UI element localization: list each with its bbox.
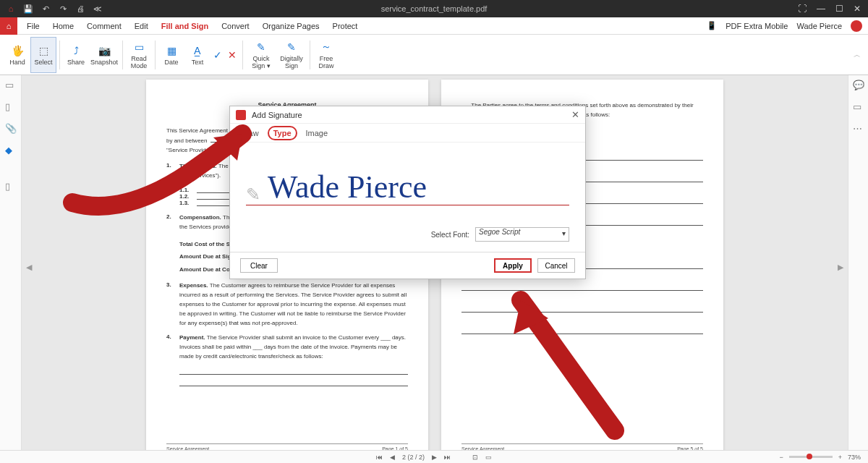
zoom-out-icon[interactable]: − (779, 454, 783, 461)
tab-comment[interactable]: Comment (80, 17, 128, 35)
tool-check[interactable]: ✓ (210, 37, 225, 73)
tool-digital-sign[interactable]: ✎Digitally Sign (276, 37, 307, 73)
tab-edit[interactable]: Edit (128, 17, 155, 35)
tool-snapshot[interactable]: 📷Snapshot (89, 37, 119, 73)
tab-convert[interactable]: Convert (215, 17, 256, 35)
check-icon: ✓ (211, 48, 224, 61)
quick-sign-icon: ✎ (255, 41, 268, 54)
mobile-icon: 📱 (707, 21, 717, 30)
home-icon[interactable]: ⌂ (0, 17, 17, 35)
apply-button[interactable]: Apply (494, 258, 532, 273)
font-select[interactable]: Segoe Script (475, 227, 569, 242)
zoom-slider[interactable] (789, 456, 833, 458)
collapse-ribbon-icon[interactable]: ︿ (854, 50, 861, 60)
tab-home[interactable]: Home (46, 17, 80, 35)
cancel-button[interactable]: Cancel (537, 258, 575, 273)
dialog-titlebar: Add Signature ✕ (230, 106, 585, 124)
add-signature-dialog: Add Signature ✕ Draw Type Image ✎ Wade P… (229, 106, 586, 279)
fit-page-icon[interactable]: ▭ (485, 454, 492, 461)
camera-icon: 📷 (98, 44, 111, 57)
tab-file[interactable]: File (20, 17, 46, 35)
left-panel: ▭ ▯ 📎 ◆ ▯ (0, 75, 22, 450)
tool-hand[interactable]: 🖐Hand (4, 37, 30, 73)
minimize-icon[interactable]: ― (817, 4, 825, 14)
next-page-icon[interactable]: ▶ (838, 263, 843, 272)
save-icon[interactable]: 💾 (23, 4, 33, 14)
tab-fill-and-sign[interactable]: Fill and Sign (155, 17, 215, 35)
next-page-status-icon[interactable]: ▶ (432, 454, 437, 461)
close-icon[interactable]: ✕ (571, 109, 579, 120)
dialog-tabs: Draw Type Image (230, 124, 585, 143)
signature-canvas[interactable]: ✎ Wade Pierce (230, 143, 585, 213)
window-title: service_contract_template.pdf (381, 4, 488, 13)
edit-right-icon[interactable]: ▭ (853, 101, 864, 113)
calendar-icon: ▦ (165, 44, 178, 57)
app-icon: ⌂ (6, 4, 16, 14)
close-window-icon[interactable]: ✕ (854, 4, 861, 14)
signature-tab-draw[interactable]: Draw (236, 127, 263, 139)
undo-icon[interactable]: ↶ (41, 4, 51, 14)
compact-icon[interactable]: ⛶ (798, 4, 807, 14)
zoom-in-icon[interactable]: + (838, 454, 842, 461)
x-icon: ✕ (226, 48, 239, 61)
tool-free-draw[interactable]: ～Free Draw (313, 37, 339, 73)
tab-protect[interactable]: Protect (326, 17, 365, 35)
digital-sign-icon: ✎ (285, 41, 298, 54)
right-panel: 💬 ▭ ⋯ (848, 75, 868, 450)
clear-button[interactable]: Clear (240, 258, 278, 273)
print-icon[interactable]: 🖨 (75, 4, 85, 14)
user-name[interactable]: Wade Pierce (796, 22, 842, 30)
layers-icon[interactable]: ◆ (5, 145, 17, 156)
ribbon: 🖐Hand ⬚Select ⤴Share 📷Snapshot ▭Read Mod… (0, 35, 868, 75)
tool-date[interactable]: ▦Date (158, 37, 184, 73)
menu-bar: ⌂ File Home Comment Edit Fill and Sign C… (0, 17, 868, 35)
font-label: Select Font: (431, 231, 469, 239)
signature-tab-image[interactable]: Image (302, 127, 333, 139)
signature-tab-type[interactable]: Type (268, 126, 297, 140)
more-right-icon[interactable]: ⋯ (853, 123, 864, 135)
tool-quick-sign[interactable]: ✎Quick Sign ▾ (246, 37, 276, 73)
dialog-title: Add Signature (252, 111, 302, 119)
tool-read-mode[interactable]: ▭Read Mode (126, 37, 152, 73)
zoom-value: 73% (848, 454, 861, 461)
tool-x[interactable]: ✕ (225, 37, 239, 73)
fit-width-icon[interactable]: ⊡ (472, 454, 478, 461)
dialog-app-icon (236, 110, 246, 120)
attachments-icon[interactable]: 📎 (5, 123, 17, 135)
tool-share[interactable]: ⤴Share (63, 37, 89, 73)
tool-select[interactable]: ⬚Select (30, 37, 56, 73)
tab-organize-pages[interactable]: Organize Pages (256, 17, 326, 35)
page-nav-icon[interactable]: ▯ (5, 181, 17, 192)
prev-page-icon[interactable]: ◀ (26, 263, 32, 272)
last-page-icon[interactable]: ⏭ (444, 454, 451, 461)
select-icon: ⬚ (37, 44, 50, 57)
maximize-icon[interactable]: ☐ (835, 4, 843, 14)
share-icon[interactable]: ≪ (93, 4, 103, 14)
comment-icon[interactable]: 💬 (853, 80, 864, 91)
bookmarks-icon[interactable]: ▯ (5, 101, 17, 113)
redo-icon[interactable]: ↷ (58, 4, 68, 14)
avatar[interactable] (851, 20, 862, 32)
first-page-icon[interactable]: ⏮ (376, 454, 383, 461)
status-bar: ⏮ ◀ 2 (2 / 2) ▶ ⏭ ⊡ ▭ − + 73% (0, 450, 868, 463)
text-icon: A̲ (191, 44, 204, 57)
signature-text[interactable]: Wade Pierce (268, 171, 427, 205)
share-ribbon-icon: ⤴ (69, 44, 82, 57)
page-thumbs-icon[interactable]: ▭ (5, 80, 17, 91)
title-bar: ⌂ 💾 ↶ ↷ 🖨 ≪ service_contract_template.pd… (0, 0, 868, 17)
tool-text[interactable]: A̲Text (184, 37, 210, 73)
hand-icon: 🖐 (11, 44, 24, 57)
mobile-label[interactable]: PDF Extra Mobile (726, 22, 788, 30)
book-icon: ▭ (132, 41, 145, 54)
prev-page-status-icon[interactable]: ◀ (390, 454, 395, 461)
pen-icon: ✎ (246, 184, 260, 205)
page-info: 2 (2 / 2) (402, 454, 425, 461)
free-draw-icon: ～ (320, 41, 333, 54)
